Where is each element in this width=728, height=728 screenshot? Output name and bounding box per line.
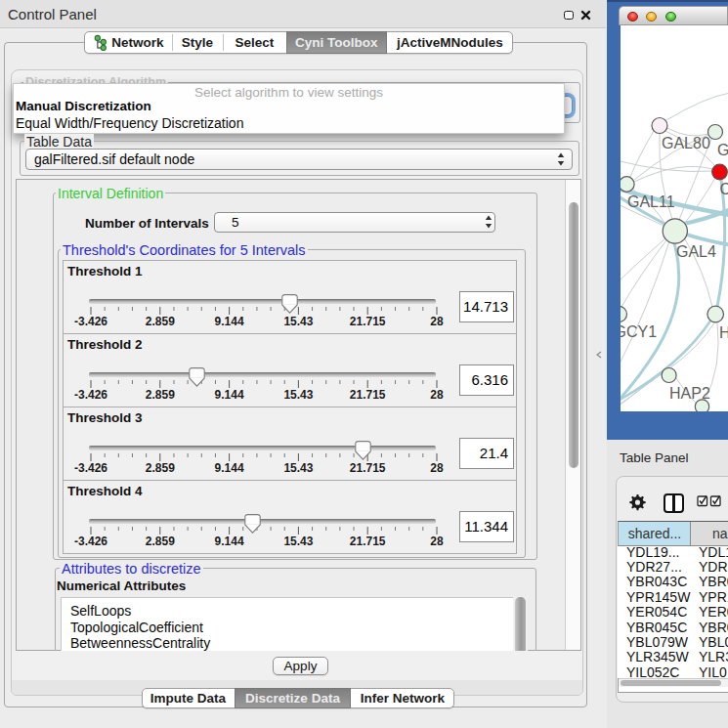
svg-text:HAP2: HAP2 [669,385,710,402]
svg-text:GAL4: GAL4 [676,243,716,260]
svg-text:H: H [719,324,728,341]
svg-text:GCY1: GCY1 [621,323,657,340]
svg-text:GAL11: GAL11 [627,193,675,210]
svg-text:GAL80: GAL80 [662,135,710,151]
svg-text:CY: CY [720,181,728,197]
svg-text:GA: GA [717,142,728,158]
